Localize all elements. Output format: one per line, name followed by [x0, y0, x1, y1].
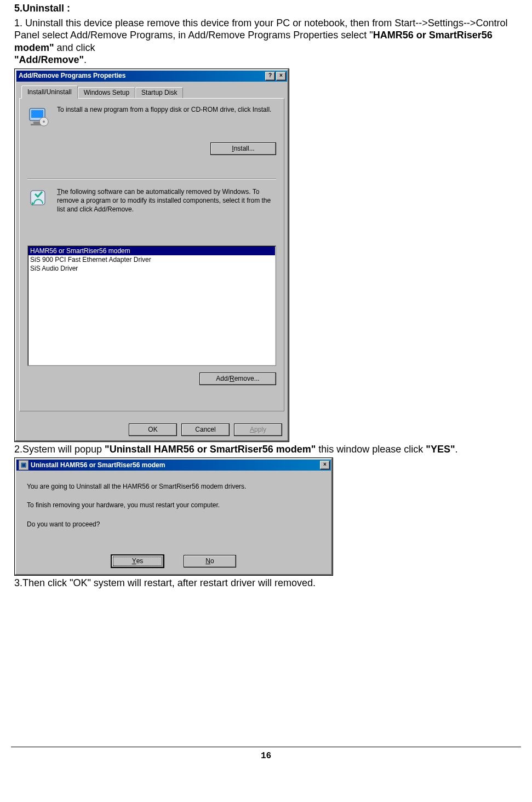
- step1-paragraph: 1. Uninstall this device please remove t…: [14, 17, 521, 66]
- step3-paragraph: 3.Then click "OK" system will restart, a…: [14, 577, 521, 589]
- confirm-line3: Do you want to proceed?: [27, 520, 321, 528]
- uninstall-confirm-dialog: ▣ Uninstall HAMR56 or SmartRiser56 modem…: [14, 457, 333, 576]
- install-button[interactable]: Install...: [210, 142, 276, 155]
- svg-rect-1: [31, 110, 43, 118]
- svg-point-5: [43, 121, 45, 123]
- step1-bold2: "Add/Remove": [14, 54, 84, 65]
- step2-num: 2.: [14, 444, 22, 455]
- uninstall-app-icon: ▣: [19, 460, 28, 470]
- list-item[interactable]: SiS Audio Driver: [28, 264, 275, 273]
- step2-text-b: System will popup: [22, 444, 105, 455]
- dialog2-title: Uninstall HAMR56 or SmartRiser56 modem: [31, 461, 319, 469]
- dialog1-title: Add/Remove Programs Properties: [19, 72, 264, 80]
- list-item[interactable]: SiS 900 PCI Fast Ethernet Adapter Driver: [28, 255, 275, 264]
- step2-text-d: .: [455, 444, 457, 455]
- uninstall-icon: [27, 187, 49, 209]
- dialog1-button-row: OK Cancel Apply: [129, 423, 282, 436]
- step2-bold: "Uninstall HAMR56 or SmartRiser56 modem": [105, 444, 316, 455]
- page-number: 16: [261, 751, 271, 761]
- tab-strip: Install/Uninstall Windows Setup Startup …: [15, 82, 289, 98]
- install-section: To install a new program from a floppy d…: [27, 105, 276, 114]
- confirm-line2: To finish removing your hardware, you mu…: [27, 501, 321, 509]
- step2-bold2: "YES": [426, 444, 455, 455]
- dialog1-titlebar: Add/Remove Programs Properties ? ×: [16, 71, 287, 82]
- confirm-body: You are going to Uninstall all the HAMR5…: [15, 471, 333, 545]
- step1-text-c: .: [84, 54, 87, 65]
- remove-description: The following software can be automatica…: [57, 187, 276, 214]
- confirm-line1: You are going to Uninstall all the HAMR5…: [27, 483, 321, 490]
- install-icon: [27, 105, 49, 127]
- separator: [27, 179, 276, 180]
- add-remove-programs-dialog: Add/Remove Programs Properties ? × Insta…: [14, 68, 289, 442]
- tab-startup-disk[interactable]: Startup Disk: [135, 87, 183, 99]
- close-button[interactable]: ×: [320, 461, 330, 469]
- yes-button[interactable]: Yes: [111, 555, 164, 568]
- uninstall-heading: 5.Uninstall :: [14, 3, 70, 14]
- programs-listbox[interactable]: HAMR56 or SmartRiser56 modem SiS 900 PCI…: [27, 245, 276, 366]
- help-button[interactable]: ?: [265, 72, 275, 81]
- install-description: To install a new program from a floppy d…: [57, 105, 276, 114]
- dialog2-titlebar: ▣ Uninstall HAMR56 or SmartRiser56 modem…: [16, 460, 331, 471]
- remove-section: The following software can be automatica…: [27, 187, 276, 214]
- confirm-button-row: Yes No: [15, 555, 333, 568]
- list-item[interactable]: HAMR56 or SmartRiser56 modem: [28, 247, 275, 255]
- tab-install-uninstall[interactable]: Install/Uninstall: [21, 85, 78, 99]
- add-remove-button[interactable]: Add/Remove...: [199, 373, 276, 385]
- step2-paragraph: 2.System will popup "Uninstall HAMR56 or…: [14, 443, 521, 456]
- step1-text-b: and click: [54, 42, 95, 53]
- no-button[interactable]: No: [184, 555, 236, 568]
- close-button[interactable]: ×: [276, 72, 286, 81]
- step2-text-c: this window please click: [316, 444, 426, 455]
- ok-button[interactable]: OK: [129, 423, 177, 436]
- tab-panel: To install a new program from a floppy d…: [19, 98, 284, 411]
- page-footer: 16: [11, 747, 521, 767]
- cancel-button[interactable]: Cancel: [181, 423, 230, 436]
- tab-windows-setup[interactable]: Windows Setup: [78, 87, 135, 99]
- apply-button[interactable]: Apply: [234, 423, 282, 436]
